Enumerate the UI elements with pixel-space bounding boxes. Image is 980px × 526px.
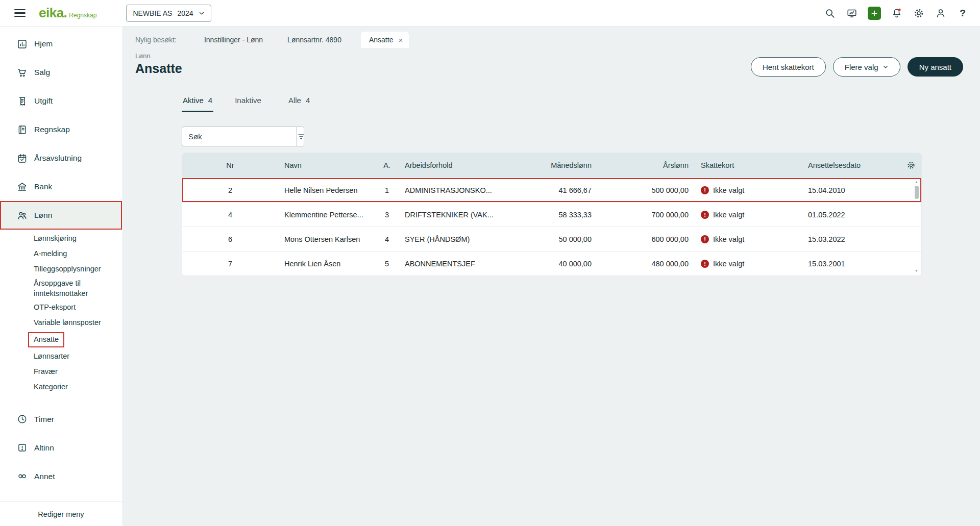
search-input[interactable]: [182, 127, 296, 146]
sidebar-item-utgift[interactable]: Utgift: [0, 87, 122, 115]
table-row[interactable]: 7 Henrik Lien Åsen 5 ABONNEMENTSJEF 40 0…: [182, 251, 921, 275]
hent-skattekort-button[interactable]: Hent skattekort: [751, 57, 826, 77]
sidebar-item-label: Regnskap: [34, 125, 70, 134]
people-icon: [17, 210, 28, 221]
sidebar-item-timer[interactable]: Timer: [0, 405, 122, 434]
ny-ansatt-button[interactable]: Ny ansatt: [908, 57, 963, 77]
breadcrumb: Lønn: [135, 52, 182, 60]
cell-navn: Klemmentine Petterse...: [278, 211, 375, 219]
recent-item-innstillinger-lonn[interactable]: Innstillinger - Lønn: [194, 33, 273, 47]
filter-icon[interactable]: [296, 127, 304, 146]
submenu-label: Ansatte: [34, 335, 59, 343]
cell-nr: 6: [182, 235, 278, 243]
tab-label: Aktive: [183, 96, 204, 105]
cell-arbeidsforhold: ABONNEMENTSJEF: [399, 260, 506, 268]
table-row[interactable]: 2 Helle Nilsen Pedersen 1 ADMINISTRASJON…: [182, 178, 921, 202]
flere-valg-button[interactable]: Flere valg: [833, 57, 900, 77]
logo-text: eika.: [39, 5, 67, 21]
page-header: Lønn Ansatte Hent skattekort Flere valg …: [123, 48, 980, 77]
close-icon[interactable]: ×: [398, 36, 403, 44]
column-header-skattekort[interactable]: Skattekort: [695, 161, 802, 169]
user-profile-icon[interactable]: [935, 7, 947, 19]
cell-navn: Henrik Lien Åsen: [278, 260, 375, 268]
submenu-item-kategorier[interactable]: Kategorier: [0, 380, 122, 395]
column-header-nr[interactable]: Nr: [182, 161, 278, 169]
submenu-item-lonnsarter[interactable]: Lønnsarter: [0, 349, 122, 364]
cell-manedslonn: 58 333,33: [506, 211, 598, 219]
altinn-box-icon: [17, 442, 28, 453]
cell-arbeidsforhold: SYER (HÅNDSØM): [399, 235, 506, 243]
table-scrollbar[interactable]: ▲ ▼: [913, 180, 920, 273]
notifications-bell-icon[interactable]: [891, 7, 903, 19]
table-settings-gear-icon[interactable]: [901, 161, 921, 170]
sidebar-item-bank[interactable]: Bank: [0, 172, 122, 201]
cell-nr: 7: [182, 260, 278, 268]
table-row[interactable]: 4 Klemmentine Petterse... 3 DRIFTSTEKNIK…: [182, 202, 921, 227]
column-header-arslonn[interactable]: Årslønn: [598, 161, 695, 169]
submenu-item-lonnskjoring[interactable]: Lønnskjøring: [0, 231, 122, 246]
recent-tab-ansatte[interactable]: Ansatte ×: [361, 32, 409, 48]
skattekort-status: Ikke valgt: [713, 211, 744, 219]
settings-gear-icon[interactable]: [913, 7, 925, 19]
table-row[interactable]: 6 Mons Ottersen Karlsen 4 SYER (HÅNDSØM)…: [182, 227, 921, 251]
company-name: NEWBIE AS: [133, 9, 172, 17]
submenu-item-otp-eksport[interactable]: OTP-eksport: [0, 300, 122, 315]
sidebar-item-label: Årsavslutning: [34, 154, 82, 163]
submenu-item-fravar[interactable]: Fravær: [0, 364, 122, 380]
tab-aktive[interactable]: Aktive 4: [182, 95, 213, 112]
lonn-submenu: Lønnskjøring A-melding Tilleggsopplysnin…: [0, 230, 122, 398]
scroll-down-icon[interactable]: ▼: [915, 268, 918, 273]
scrollbar-thumb[interactable]: [915, 186, 919, 199]
home-chart-icon: [17, 39, 28, 49]
cell-ansettelsesdato: 01.05.2022: [802, 211, 901, 219]
column-header-manedslonn[interactable]: Månedslønn: [506, 161, 598, 169]
column-header-a[interactable]: A.: [375, 161, 399, 169]
cell-ansettelsesdato: 15.03.2022: [802, 235, 901, 243]
cell-arslonn: 700 000,00: [598, 211, 695, 219]
column-header-navn[interactable]: Navn: [278, 161, 375, 169]
cell-navn: Helle Nilsen Pedersen: [278, 186, 375, 194]
column-header-arbeidsforhold[interactable]: Arbeidsforhold: [399, 161, 506, 169]
button-label: Flere valg: [845, 63, 878, 71]
edit-menu-button[interactable]: Rediger meny: [0, 502, 122, 526]
infinity-icon: [17, 471, 28, 482]
quick-add-icon[interactable]: [868, 7, 881, 20]
warning-icon: !: [701, 186, 709, 194]
help-icon[interactable]: ?: [957, 7, 969, 19]
sidebar-item-annet[interactable]: Annet: [0, 462, 122, 491]
dashboard-icon[interactable]: [846, 7, 858, 19]
cell-a: 4: [375, 235, 399, 243]
search-icon[interactable]: [824, 7, 836, 19]
submenu-item-tilleggsopplysninger[interactable]: Tilleggsopplysninger: [0, 262, 122, 277]
recent-tab-label: Ansatte: [369, 36, 393, 44]
hamburger-menu-icon[interactable]: [14, 9, 26, 17]
recent-item-lonnsartnr[interactable]: Lønnsartnr. 4890: [277, 33, 352, 47]
sidebar-item-arsavslutning[interactable]: Årsavslutning: [0, 144, 122, 172]
sidebar-item-label: Lønn: [34, 211, 52, 220]
sidebar: Hjem Salg Utgift Regnskap Årsavslutning …: [0, 27, 122, 526]
cell-skattekort: ! Ikke valgt: [695, 186, 802, 194]
eika-logo[interactable]: eika. Regnskap: [39, 5, 96, 21]
submenu-item-a-melding[interactable]: A-melding: [0, 246, 122, 262]
column-header-ansettelsesdato[interactable]: Ansettelsesdato: [802, 161, 901, 169]
sidebar-item-salg[interactable]: Salg: [0, 58, 122, 87]
tab-alle[interactable]: Alle 4: [287, 95, 311, 112]
company-selector[interactable]: NEWBIE AS 2024: [126, 5, 211, 22]
sidebar-item-label: Altinn: [34, 443, 54, 453]
sidebar-item-regnskap[interactable]: Regnskap: [0, 115, 122, 144]
receipt-icon: [17, 96, 28, 107]
tab-inaktive[interactable]: Inaktive: [234, 95, 267, 112]
submenu-item-ansatte[interactable]: Ansatte: [0, 331, 122, 349]
submenu-item-variable-lonnsposter[interactable]: Variable lønnsposter: [0, 315, 122, 331]
sidebar-item-label: Salg: [34, 68, 50, 77]
ledger-book-icon: [17, 124, 28, 135]
bank-icon: [17, 182, 28, 192]
sidebar-item-altinn[interactable]: Altinn: [0, 434, 122, 462]
scroll-up-icon[interactable]: ▲: [915, 180, 918, 185]
sidebar-item-hjem[interactable]: Hjem: [0, 30, 122, 58]
recently-visited-bar: Nylig besøkt: Innstillinger - Lønn Lønns…: [123, 27, 980, 48]
submenu-item-arsoppgave[interactable]: Årsoppgave til inntektsmottaker: [0, 277, 122, 300]
cell-nr: 2: [182, 186, 278, 194]
sidebar-item-lonn[interactable]: Lønn: [0, 201, 122, 230]
search-box: [182, 127, 304, 146]
